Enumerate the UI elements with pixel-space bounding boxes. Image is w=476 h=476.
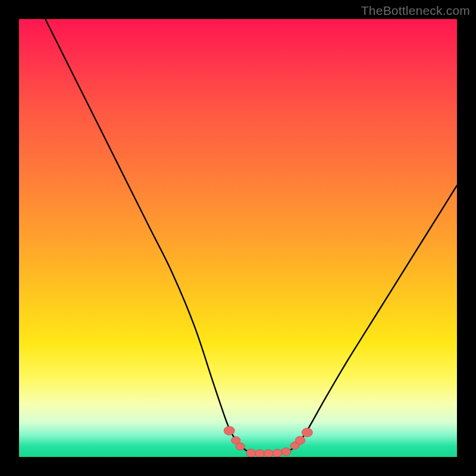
scatter-dot (264, 450, 273, 457)
scatter-dot (246, 449, 256, 457)
scatter-dot (273, 449, 282, 457)
series-floor-and-right-branch (255, 186, 457, 454)
scatter-dot (236, 443, 245, 450)
scatter-dot (281, 448, 291, 456)
scatter-dot (295, 436, 305, 444)
scatter-dot (302, 428, 312, 437)
curve-layer (45, 19, 457, 454)
series-left-branch (45, 19, 255, 454)
scatter-layer (224, 426, 312, 457)
scatter-dot (224, 426, 234, 435)
scatter-dot (255, 450, 265, 457)
chart-svg (19, 19, 457, 457)
chart-frame: TheBottleneck.com (0, 0, 476, 476)
plot-area (19, 19, 457, 457)
watermark-text: TheBottleneck.com (361, 4, 470, 18)
